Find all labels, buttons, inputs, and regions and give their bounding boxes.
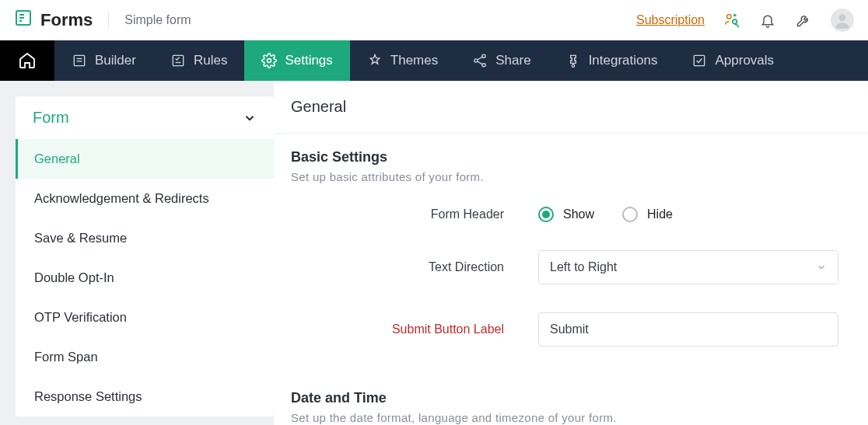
nav-bar: Builder Rules Settings Themes Share Inte… xyxy=(0,40,868,81)
sidebar-item-form-span[interactable]: Form Span xyxy=(16,337,274,377)
field-label: Submit Button Label xyxy=(291,322,538,336)
radio-icon xyxy=(622,207,638,222)
svg-point-12 xyxy=(268,59,271,63)
svg-rect-19 xyxy=(695,55,705,65)
sidebar-item-save-resume[interactable]: Save & Resume xyxy=(16,218,274,258)
rules-icon xyxy=(170,53,186,68)
field-control: Show Hide xyxy=(538,207,851,222)
nav-label: Builder xyxy=(95,53,136,68)
divider xyxy=(108,11,109,30)
field-text-direction: Text Direction Left to Right xyxy=(291,250,851,284)
nav-builder[interactable]: Builder xyxy=(54,40,153,81)
sidebar-section-form: Form General Acknowledgement & Redirects… xyxy=(16,96,274,416)
sidebar-item-label: Form Span xyxy=(34,350,98,364)
svg-point-5 xyxy=(733,19,737,24)
svg-line-16 xyxy=(478,57,482,60)
themes-icon xyxy=(367,53,383,68)
svg-point-6 xyxy=(839,14,846,21)
svg-rect-7 xyxy=(74,55,84,65)
sidebar-item-otp-verification[interactable]: OTP Verification xyxy=(16,298,274,337)
radio-label: Hide xyxy=(647,207,673,221)
sidebar-item-label: General xyxy=(34,152,80,165)
header-actions: Subscription xyxy=(636,9,854,32)
gear-icon xyxy=(261,53,277,68)
sidebar-item-label: OTP Verification xyxy=(34,310,127,324)
submit-button-input[interactable] xyxy=(538,312,838,347)
nav-home[interactable] xyxy=(0,40,54,81)
text-direction-select[interactable]: Left to Right xyxy=(538,250,838,284)
sidebar-item-general[interactable]: General xyxy=(16,139,274,179)
nav-themes[interactable]: Themes xyxy=(350,40,455,81)
sidebar-section-title: Form xyxy=(33,109,69,127)
bell-icon[interactable] xyxy=(759,12,776,29)
sidebar-item-double-opt-in[interactable]: Double Opt-In xyxy=(16,258,274,298)
nav-share[interactable]: Share xyxy=(455,40,548,81)
brand-name: Forms xyxy=(40,10,93,30)
body: Form General Acknowledgement & Redirects… xyxy=(0,81,868,425)
form-title: Simple form xyxy=(124,13,191,27)
group-basic-subtitle: Set up basic attributes of your form. xyxy=(291,170,851,183)
svg-point-13 xyxy=(482,54,485,57)
top-header: Forms Simple form Subscription xyxy=(0,0,868,40)
nav-label: Integrations xyxy=(589,53,658,68)
main-content: General Basic Settings Set up basic attr… xyxy=(274,81,868,425)
page-title: General xyxy=(291,98,851,116)
svg-point-15 xyxy=(482,64,485,67)
group-datetime-subtitle: Set up the date format, language and tim… xyxy=(291,411,851,424)
sidebar-item-label: Save & Resume xyxy=(34,231,127,245)
nav-settings[interactable]: Settings xyxy=(244,40,349,81)
nav-label: Approvals xyxy=(715,53,774,68)
field-control xyxy=(538,312,851,347)
radio-label: Show xyxy=(563,207,594,221)
nav-label: Share xyxy=(495,53,530,68)
radio-show[interactable]: Show xyxy=(538,207,594,222)
radio-icon xyxy=(538,207,554,222)
sidebar: Form General Acknowledgement & Redirects… xyxy=(0,81,274,425)
divider xyxy=(274,133,868,134)
field-form-header: Form Header Show Hide xyxy=(291,207,851,222)
sidebar-item-acknowledgement-redirects[interactable]: Acknowledgement & Redirects xyxy=(16,179,274,218)
builder-icon xyxy=(72,53,87,68)
approvals-icon xyxy=(691,53,707,68)
radio-hide[interactable]: Hide xyxy=(622,207,673,222)
svg-point-18 xyxy=(572,64,574,67)
sidebar-section-header[interactable]: Form xyxy=(16,96,274,139)
nav-approvals[interactable]: Approvals xyxy=(674,40,791,81)
avatar[interactable] xyxy=(831,9,854,32)
nav-label: Themes xyxy=(390,53,438,68)
nav-label: Settings xyxy=(285,53,332,68)
group-datetime-title: Date and Time xyxy=(291,390,851,406)
sidebar-item-response-settings[interactable]: Response Settings xyxy=(16,377,274,416)
select-value: Left to Right xyxy=(550,260,617,274)
nav-label: Rules xyxy=(194,53,227,68)
field-label: Form Header xyxy=(291,207,538,221)
subscription-link[interactable]: Subscription xyxy=(636,13,705,27)
sidebar-item-label: Acknowledgement & Redirects xyxy=(34,191,209,205)
sidebar-item-label: Double Opt-In xyxy=(34,270,114,284)
integrations-icon xyxy=(565,53,581,68)
nav-integrations[interactable]: Integrations xyxy=(548,40,675,81)
forms-logo-icon xyxy=(14,9,33,32)
svg-point-4 xyxy=(727,14,732,19)
field-submit-button-label: Submit Button Label xyxy=(291,312,851,347)
svg-point-14 xyxy=(474,59,478,62)
brand: Forms xyxy=(14,9,93,32)
svg-rect-10 xyxy=(173,55,183,65)
svg-line-17 xyxy=(478,61,482,64)
group-basic-title: Basic Settings xyxy=(291,149,851,165)
chevron-down-icon xyxy=(816,262,827,273)
nav-rules[interactable]: Rules xyxy=(153,40,244,81)
share-icon xyxy=(472,53,488,68)
chevron-down-icon xyxy=(243,111,257,125)
sidebar-item-label: Response Settings xyxy=(34,389,142,403)
user-switch-icon[interactable] xyxy=(723,12,740,29)
field-control: Left to Right xyxy=(538,250,851,284)
field-label: Text Direction xyxy=(291,260,538,274)
tools-icon[interactable] xyxy=(795,12,812,29)
